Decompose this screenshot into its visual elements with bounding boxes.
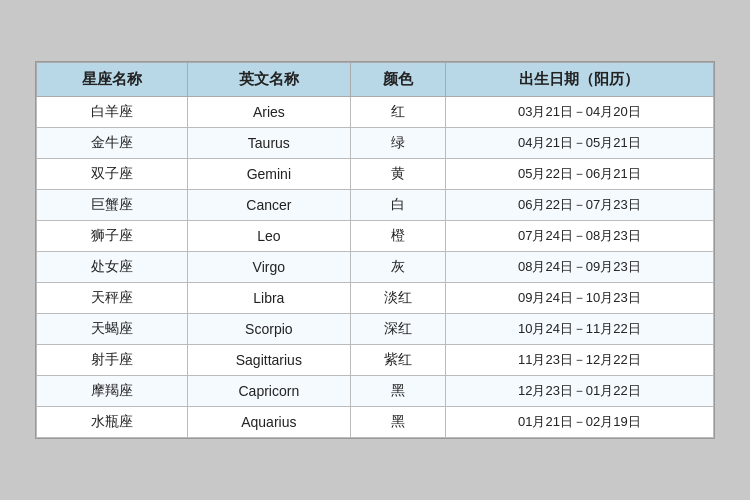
- header-birthdate: 出生日期（阳历）: [445, 63, 713, 97]
- cell-english-name: Taurus: [188, 128, 351, 159]
- table-row: 处女座Virgo灰08月24日－09月23日: [37, 252, 714, 283]
- cell-english-name: Gemini: [188, 159, 351, 190]
- table-header-row: 星座名称 英文名称 颜色 出生日期（阳历）: [37, 63, 714, 97]
- cell-english-name: Libra: [188, 283, 351, 314]
- cell-chinese-name: 摩羯座: [37, 376, 188, 407]
- table-body: 白羊座Aries红03月21日－04月20日金牛座Taurus绿04月21日－0…: [37, 97, 714, 438]
- cell-english-name: Cancer: [188, 190, 351, 221]
- cell-english-name: Aquarius: [188, 407, 351, 438]
- table-row: 水瓶座Aquarius黑01月21日－02月19日: [37, 407, 714, 438]
- cell-color: 红: [350, 97, 445, 128]
- table-row: 天秤座Libra淡红09月24日－10月23日: [37, 283, 714, 314]
- cell-color: 黑: [350, 407, 445, 438]
- header-color: 颜色: [350, 63, 445, 97]
- cell-chinese-name: 天蝎座: [37, 314, 188, 345]
- cell-color: 橙: [350, 221, 445, 252]
- cell-english-name: Capricorn: [188, 376, 351, 407]
- cell-chinese-name: 天秤座: [37, 283, 188, 314]
- cell-chinese-name: 射手座: [37, 345, 188, 376]
- zodiac-table-wrapper: 星座名称 英文名称 颜色 出生日期（阳历） 白羊座Aries红03月21日－04…: [35, 61, 715, 439]
- cell-birthdate: 08月24日－09月23日: [445, 252, 713, 283]
- table-row: 天蝎座Scorpio深红10月24日－11月22日: [37, 314, 714, 345]
- cell-color: 紫红: [350, 345, 445, 376]
- cell-chinese-name: 狮子座: [37, 221, 188, 252]
- cell-color: 淡红: [350, 283, 445, 314]
- cell-chinese-name: 水瓶座: [37, 407, 188, 438]
- header-chinese-name: 星座名称: [37, 63, 188, 97]
- cell-english-name: Sagittarius: [188, 345, 351, 376]
- table-row: 摩羯座Capricorn黑12月23日－01月22日: [37, 376, 714, 407]
- cell-english-name: Virgo: [188, 252, 351, 283]
- cell-color: 白: [350, 190, 445, 221]
- cell-birthdate: 10月24日－11月22日: [445, 314, 713, 345]
- table-row: 金牛座Taurus绿04月21日－05月21日: [37, 128, 714, 159]
- cell-color: 绿: [350, 128, 445, 159]
- cell-chinese-name: 金牛座: [37, 128, 188, 159]
- zodiac-table: 星座名称 英文名称 颜色 出生日期（阳历） 白羊座Aries红03月21日－04…: [36, 62, 714, 438]
- cell-color: 灰: [350, 252, 445, 283]
- cell-birthdate: 07月24日－08月23日: [445, 221, 713, 252]
- cell-birthdate: 05月22日－06月21日: [445, 159, 713, 190]
- cell-birthdate: 03月21日－04月20日: [445, 97, 713, 128]
- cell-birthdate: 01月21日－02月19日: [445, 407, 713, 438]
- cell-color: 黄: [350, 159, 445, 190]
- cell-birthdate: 12月23日－01月22日: [445, 376, 713, 407]
- table-row: 双子座Gemini黄05月22日－06月21日: [37, 159, 714, 190]
- cell-birthdate: 11月23日－12月22日: [445, 345, 713, 376]
- cell-chinese-name: 双子座: [37, 159, 188, 190]
- cell-chinese-name: 巨蟹座: [37, 190, 188, 221]
- table-row: 白羊座Aries红03月21日－04月20日: [37, 97, 714, 128]
- cell-english-name: Aries: [188, 97, 351, 128]
- cell-chinese-name: 白羊座: [37, 97, 188, 128]
- header-english-name: 英文名称: [188, 63, 351, 97]
- cell-birthdate: 06月22日－07月23日: [445, 190, 713, 221]
- cell-english-name: Scorpio: [188, 314, 351, 345]
- cell-color: 深红: [350, 314, 445, 345]
- cell-english-name: Leo: [188, 221, 351, 252]
- cell-color: 黑: [350, 376, 445, 407]
- cell-birthdate: 09月24日－10月23日: [445, 283, 713, 314]
- table-row: 射手座Sagittarius紫红11月23日－12月22日: [37, 345, 714, 376]
- cell-chinese-name: 处女座: [37, 252, 188, 283]
- table-row: 狮子座Leo橙07月24日－08月23日: [37, 221, 714, 252]
- table-row: 巨蟹座Cancer白06月22日－07月23日: [37, 190, 714, 221]
- cell-birthdate: 04月21日－05月21日: [445, 128, 713, 159]
